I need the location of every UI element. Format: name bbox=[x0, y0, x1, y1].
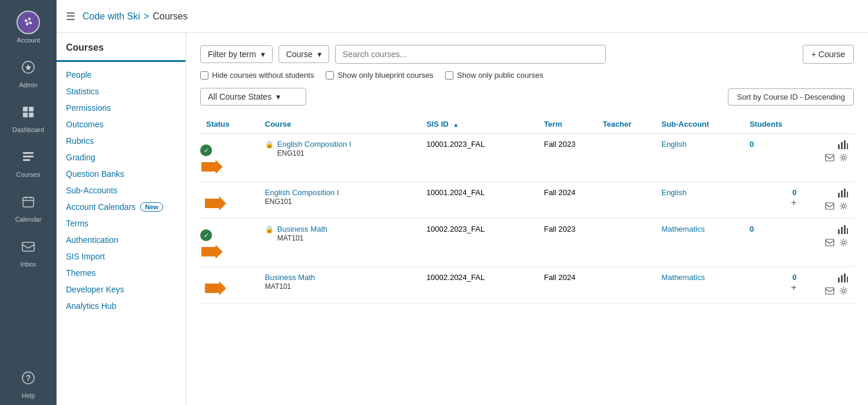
course-name-link-2[interactable]: English Composition I bbox=[265, 188, 415, 197]
sidebar-item-question-banks[interactable]: Question Banks bbox=[57, 166, 185, 182]
svg-marker-28 bbox=[205, 196, 226, 210]
email-icon-2[interactable] bbox=[825, 202, 834, 212]
add-course-button[interactable]: + Course bbox=[803, 45, 854, 64]
nav-item-account[interactable]: Account bbox=[0, 5, 57, 50]
actions-cell-4 bbox=[803, 267, 854, 304]
svg-point-27 bbox=[842, 156, 845, 159]
sidebar-item-grading[interactable]: Grading bbox=[57, 149, 185, 166]
sidebar-item-rubrics[interactable]: Rubrics bbox=[57, 133, 185, 149]
search-input[interactable] bbox=[335, 45, 606, 64]
stats-icon-2[interactable] bbox=[837, 188, 848, 199]
students-cell-2: 0 + bbox=[744, 182, 803, 219]
hide-without-students-checkbox[interactable]: Hide courses without students bbox=[200, 71, 314, 80]
account-avatar bbox=[16, 11, 40, 34]
published-check-icon: ✓ bbox=[200, 144, 212, 156]
email-icon-1[interactable] bbox=[825, 154, 834, 163]
hide-without-students-input[interactable] bbox=[200, 71, 208, 80]
nav-item-dashboard[interactable]: Dashboard bbox=[0, 94, 57, 139]
term-filter-dropdown[interactable]: Filter by term ▾ bbox=[200, 45, 273, 63]
sidebar-item-people[interactable]: People bbox=[57, 67, 185, 83]
course-name-link-4[interactable]: Business Math bbox=[265, 273, 415, 282]
stats-icon-3[interactable] bbox=[837, 225, 848, 236]
term-cell-4: Fall 2024 bbox=[538, 267, 597, 304]
show-public-input[interactable] bbox=[445, 71, 453, 80]
status-cell-3: ✓ bbox=[200, 219, 259, 267]
show-blueprint-checkbox[interactable]: Show only blueprint courses bbox=[326, 71, 433, 80]
student-count-4: 0 bbox=[792, 273, 796, 282]
svg-rect-37 bbox=[841, 227, 843, 234]
sidebar-item-analytics-hub[interactable]: Analytics Hub bbox=[57, 298, 185, 314]
teacher-cell-3 bbox=[597, 219, 655, 267]
nav-item-inbox[interactable]: Inbox bbox=[0, 229, 57, 274]
svg-rect-47 bbox=[826, 288, 834, 294]
sidebar-item-sis-import[interactable]: SIS Import bbox=[57, 248, 185, 265]
plus-icon-4[interactable]: + bbox=[791, 283, 796, 292]
col-header-students[interactable]: Students bbox=[744, 115, 803, 134]
stats-icon-4[interactable] bbox=[837, 273, 848, 284]
course-name-link-1[interactable]: English Composition I bbox=[277, 140, 352, 149]
subaccount-link-1[interactable]: English bbox=[661, 140, 687, 149]
sidebar-item-terms[interactable]: Terms bbox=[57, 215, 185, 232]
sort-button[interactable]: Sort by Course ID - Descending bbox=[728, 88, 854, 106]
table-body: ✓ 🔒 bbox=[200, 134, 854, 304]
sidebar-item-themes[interactable]: Themes bbox=[57, 265, 185, 281]
col-header-teacher[interactable]: Teacher bbox=[597, 115, 655, 134]
col-header-status[interactable]: Status bbox=[200, 115, 259, 134]
course-cell-1: 🔒 English Composition I ENG101 bbox=[259, 134, 420, 182]
table-header: Status Course SIS ID ▲ Term Teacher Sub-… bbox=[200, 115, 854, 134]
breadcrumb: Code with Ski > Courses bbox=[82, 11, 188, 22]
sis-cell-4: 10002.2024_FAL bbox=[420, 267, 538, 304]
settings-icon-4[interactable] bbox=[839, 287, 848, 297]
show-blueprint-input[interactable] bbox=[326, 71, 334, 80]
stats-icon-1[interactable] bbox=[837, 140, 848, 151]
nav-item-admin[interactable]: Admin bbox=[0, 50, 57, 94]
settings-icon-2[interactable] bbox=[839, 202, 848, 212]
svg-point-48 bbox=[842, 289, 845, 292]
sidebar-item-permissions[interactable]: Permissions bbox=[57, 100, 185, 116]
settings-icon-1[interactable] bbox=[839, 153, 848, 164]
course-state-dropdown[interactable]: All Course States ▾ bbox=[200, 88, 306, 106]
show-public-checkbox[interactable]: Show only public courses bbox=[445, 71, 544, 80]
col-header-subaccount[interactable]: Sub-Account bbox=[655, 115, 744, 134]
plus-icon-2[interactable]: + bbox=[791, 198, 796, 208]
course-code-3: MAT101 bbox=[277, 234, 303, 242]
lock-icon-3: 🔒 bbox=[265, 225, 274, 233]
sidebar-item-account-calendars[interactable]: Account Calendars New bbox=[57, 199, 185, 215]
checkbox-row: Hide courses without students Show only … bbox=[200, 71, 854, 80]
type-filter-dropdown[interactable]: Course ▾ bbox=[279, 45, 329, 63]
course-cell-3: 🔒 Business Math MAT101 bbox=[259, 219, 420, 267]
teacher-cell-2 bbox=[597, 182, 655, 219]
top-header: ☰ Code with Ski > Courses bbox=[57, 0, 868, 33]
svg-rect-18 bbox=[22, 242, 34, 251]
col-header-course[interactable]: Course bbox=[259, 115, 420, 134]
inbox-icon bbox=[16, 235, 40, 258]
sidebar-item-statistics[interactable]: Statistics bbox=[57, 83, 185, 100]
hamburger-icon[interactable]: ☰ bbox=[66, 10, 75, 23]
arrow-right-icon-2 bbox=[205, 196, 226, 210]
sidebar-item-developer-keys[interactable]: Developer Keys bbox=[57, 281, 185, 298]
settings-icon-3[interactable] bbox=[839, 238, 848, 249]
courses-icon bbox=[16, 145, 40, 169]
svg-rect-10 bbox=[29, 113, 34, 117]
state-label: All Course States bbox=[208, 92, 271, 101]
course-name-link-3[interactable]: Business Math bbox=[277, 225, 327, 233]
sort-row: All Course States ▾ Sort by Course ID - … bbox=[200, 88, 854, 106]
sidebar-item-authentication[interactable]: Authentication bbox=[57, 232, 185, 248]
col-header-sisid[interactable]: SIS ID ▲ bbox=[420, 115, 538, 134]
col-header-term[interactable]: Term bbox=[538, 115, 597, 134]
subaccount-link-4[interactable]: Mathematics bbox=[661, 273, 705, 282]
sidebar-item-sub-accounts[interactable]: Sub-Accounts bbox=[57, 182, 185, 199]
svg-point-34 bbox=[842, 205, 845, 208]
email-icon-3[interactable] bbox=[825, 239, 834, 248]
subaccount-link-3[interactable]: Mathematics bbox=[661, 225, 705, 233]
nav-item-calendar[interactable]: Calendar bbox=[0, 184, 57, 229]
table-row: ✓ 🔒 bbox=[200, 219, 854, 267]
status-cell-1: ✓ bbox=[200, 134, 259, 182]
nav-item-courses[interactable]: Courses bbox=[0, 139, 57, 184]
breadcrumb-org[interactable]: Code with Ski bbox=[82, 11, 140, 22]
email-icon-4[interactable] bbox=[825, 287, 834, 297]
sidebar-item-outcomes[interactable]: Outcomes bbox=[57, 116, 185, 133]
svg-rect-40 bbox=[826, 239, 834, 246]
nav-item-help[interactable]: ? Help bbox=[0, 360, 57, 405]
subaccount-link-2[interactable]: English bbox=[661, 188, 687, 197]
